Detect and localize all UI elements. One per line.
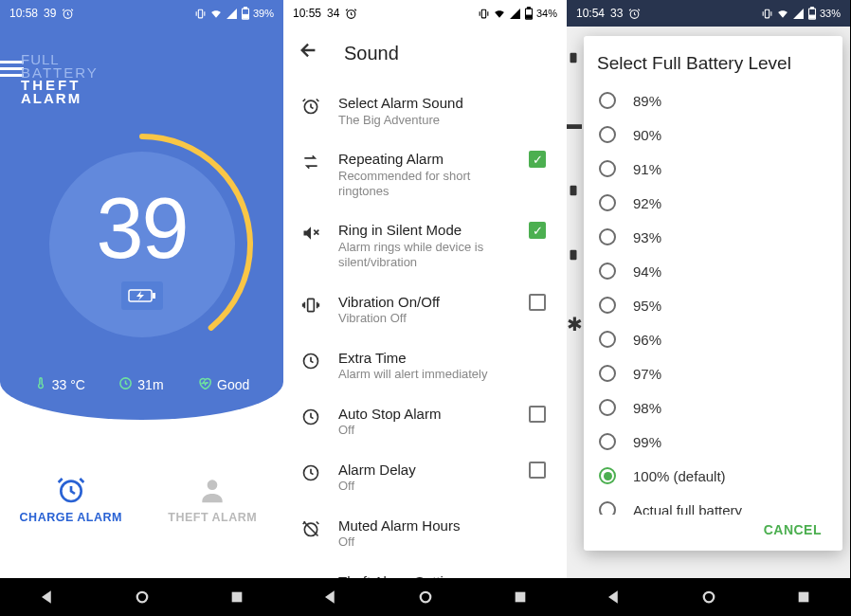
charging-icon-box xyxy=(121,281,163,310)
radio-option[interactable]: 99% xyxy=(597,425,829,459)
radio-option[interactable]: 100% (default) xyxy=(597,459,829,493)
svg-rect-33 xyxy=(570,186,577,196)
svg-rect-3 xyxy=(244,8,247,9)
svg-point-9 xyxy=(208,480,218,490)
row-select-alarm-sound[interactable]: Select Alarm SoundThe Big Adventure xyxy=(283,83,567,139)
radio-option[interactable]: 89% xyxy=(597,83,829,118)
radio-option[interactable]: 92% xyxy=(597,186,829,220)
row-ring-silent[interactable]: Ring in Silent ModeAlarm rings while dev… xyxy=(283,210,567,281)
vibration-icon xyxy=(300,296,321,315)
radio-option[interactable]: 90% xyxy=(597,118,829,152)
battery-icon xyxy=(241,7,250,20)
android-navbar xyxy=(0,578,283,616)
status-bar: 10:54 33 33% xyxy=(567,0,850,27)
status-battery-pct: 39% xyxy=(253,8,274,19)
checkbox-autostop[interactable] xyxy=(529,406,546,423)
row-repeating-alarm[interactable]: Repeating AlarmRecommended for short rin… xyxy=(283,139,567,210)
svg-rect-32 xyxy=(570,53,577,63)
radio-label: 89% xyxy=(633,93,661,109)
alarm-icon xyxy=(56,475,86,505)
radio-icon xyxy=(599,228,616,245)
clock-icon xyxy=(300,408,321,426)
radio-option[interactable]: 91% xyxy=(597,152,829,186)
svg-rect-13 xyxy=(481,9,485,18)
svg-rect-6 xyxy=(153,293,155,299)
radio-label: 95% xyxy=(633,298,661,314)
battery-percent: 39 xyxy=(96,180,187,278)
status-battery-pct: 34% xyxy=(536,8,557,19)
metric-health: Good xyxy=(197,375,249,393)
radio-label: 90% xyxy=(633,127,661,143)
radio-option[interactable]: 96% xyxy=(597,322,829,356)
cancel-button[interactable]: CANCEL xyxy=(764,522,822,537)
radio-icon xyxy=(599,365,616,382)
status-battery-pct: 33% xyxy=(820,8,841,19)
dialog-backdrop[interactable]: ▬ ✱ Select Full Battery Level 89%90%91%9… xyxy=(567,27,850,578)
radio-option[interactable]: 94% xyxy=(597,254,829,288)
radio-option[interactable]: Actual full battery xyxy=(597,493,829,515)
checkbox-delay[interactable] xyxy=(529,462,546,479)
radio-option[interactable]: 97% xyxy=(597,356,829,390)
radio-option[interactable]: 98% xyxy=(597,390,829,425)
back-button[interactable] xyxy=(299,40,319,66)
alarm-status-icon xyxy=(345,8,357,20)
peek-icon: ✱ xyxy=(567,313,582,335)
signal-icon xyxy=(792,8,805,20)
nav-back[interactable] xyxy=(322,589,339,606)
signal-icon xyxy=(226,8,238,20)
radio-icon xyxy=(599,433,616,450)
row-extra-time[interactable]: Extra TimeAlarm will alert immediately xyxy=(283,338,567,394)
radio-icon xyxy=(599,467,616,484)
nav-recent[interactable] xyxy=(513,589,528,605)
status-num: 33 xyxy=(610,7,623,20)
checkbox-silent[interactable]: ✓ xyxy=(529,222,546,239)
radio-label: 92% xyxy=(633,195,661,211)
radio-options-list[interactable]: 89%90%91%92%93%94%95%96%97%98%99%100% (d… xyxy=(597,83,829,515)
status-num: 34 xyxy=(327,7,339,20)
svg-rect-26 xyxy=(515,592,525,603)
screen-sound-settings: 10:55 34 34% Sound Select Alarm SoundThe… xyxy=(283,0,567,616)
checkbox-repeating[interactable]: ✓ xyxy=(529,151,546,168)
row-muted-hours[interactable]: Muted Alarm HoursOff xyxy=(283,506,567,562)
radio-label: Actual full battery xyxy=(633,502,742,516)
app-logo: FULL BATTERY THEFT ALARM xyxy=(21,53,99,104)
row-vibration[interactable]: Vibration On/OffVibration Off xyxy=(283,282,567,338)
peek-icon xyxy=(567,184,580,197)
row-alarm-delay[interactable]: Alarm DelayOff xyxy=(283,450,567,506)
tab-charge-alarm[interactable]: CHARGE ALARM xyxy=(0,462,142,537)
metric-temperature: 33 °C xyxy=(34,375,85,393)
row-theft-settings[interactable]: Theft Alarm Settings xyxy=(283,562,567,579)
screen-charge-alarm: 10:58 39 39% FULL BATTERY THEFT ALARM xyxy=(0,0,283,616)
radio-label: 91% xyxy=(633,161,661,177)
nav-home[interactable] xyxy=(417,589,434,606)
nav-recent[interactable] xyxy=(229,589,244,605)
radio-option[interactable]: 95% xyxy=(597,288,829,322)
nav-back[interactable] xyxy=(606,589,623,606)
svg-rect-1 xyxy=(198,9,202,18)
tab-theft-alarm[interactable]: THEFT ALARM xyxy=(142,462,284,537)
svg-rect-31 xyxy=(810,15,815,18)
radio-label: 96% xyxy=(633,332,661,348)
nav-home[interactable] xyxy=(700,589,717,606)
peek-icon xyxy=(567,51,580,64)
wifi-icon xyxy=(776,8,789,20)
vibrate-icon xyxy=(478,8,490,20)
radio-label: 94% xyxy=(633,263,661,280)
charging-bolt-icon xyxy=(128,287,156,304)
alarm-status-icon xyxy=(628,8,641,20)
clock-icon xyxy=(300,352,321,371)
checkbox-vibration[interactable] xyxy=(529,294,546,311)
volume-off-icon xyxy=(300,224,321,243)
radio-icon xyxy=(599,331,616,348)
nav-home[interactable] xyxy=(134,589,151,606)
svg-rect-11 xyxy=(231,592,242,603)
radio-option[interactable]: 93% xyxy=(597,220,829,254)
nav-recent[interactable] xyxy=(796,589,811,605)
radio-icon xyxy=(599,263,616,280)
settings-list[interactable]: Select Alarm SoundThe Big Adventure Repe… xyxy=(283,80,567,578)
dialog: Select Full Battery Level 89%90%91%92%93… xyxy=(584,36,842,551)
svg-rect-4 xyxy=(244,14,248,18)
nav-back[interactable] xyxy=(39,589,56,606)
metric-time: 31m xyxy=(118,375,163,393)
row-auto-stop[interactable]: Auto Stop AlarmOff xyxy=(283,394,567,450)
